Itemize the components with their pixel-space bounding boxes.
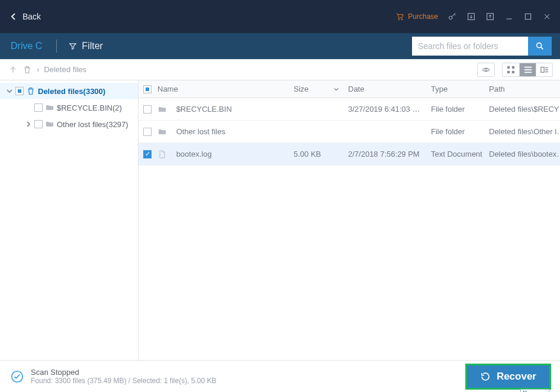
svg-point-0: [398, 19, 400, 20]
filter-label: Filter: [82, 41, 103, 51]
sidebar-item-deleted-files[interactable]: Deleted files(3300): [0, 83, 138, 99]
sidebar-item-label: Other lost files(3297): [57, 120, 128, 129]
check-circle-icon: [11, 370, 24, 383]
close-icon[interactable]: [542, 12, 552, 21]
filter-button[interactable]: Filter: [69, 41, 103, 51]
import-icon[interactable]: [466, 12, 476, 21]
separator: [56, 40, 57, 53]
main: Deleted files(3300) $RECYCLE.BIN(2) Othe…: [0, 80, 560, 360]
back-button[interactable]: Back: [11, 12, 41, 21]
status-detail: Found: 3300 files (375.49 MB) / Selected…: [31, 377, 217, 385]
folder-icon: [157, 105, 167, 114]
grid-body: $RECYCLE.BIN 3/27/2019 6:41:03 … File fo…: [139, 98, 560, 360]
search-icon: [535, 41, 545, 51]
title-bar: Back Purchase: [0, 0, 560, 33]
chevron-left-icon: [11, 12, 17, 21]
cell-date: 2/7/2018 7:56:29 PM: [343, 150, 426, 158]
cell-type: Text Document: [426, 150, 484, 158]
cell-type: File folder: [426, 127, 484, 136]
table-row[interactable]: Other lost files File folder Deleted fil…: [139, 121, 560, 143]
grid-icon: [507, 66, 515, 74]
trash-icon: [26, 86, 36, 96]
svg-rect-11: [512, 70, 514, 73]
footer: Scan Stopped Found: 3300 files (375.49 M…: [0, 360, 560, 392]
col-size-label: Size: [294, 85, 308, 93]
view-grid-button[interactable]: [503, 63, 519, 76]
preview-toggle[interactable]: [478, 63, 494, 76]
cart-icon: [395, 12, 404, 21]
sidebar-item-label: Deleted files(3300): [38, 87, 105, 96]
minimize-icon[interactable]: [504, 12, 514, 21]
table-row[interactable]: $RECYCLE.BIN 3/27/2019 6:41:03 … File fo…: [139, 98, 560, 121]
recover-label: Recover: [497, 371, 536, 383]
checkbox-all[interactable]: [143, 85, 152, 93]
view-detail-button[interactable]: [536, 63, 552, 76]
recover-button[interactable]: Recover: [467, 365, 549, 388]
svg-rect-5: [525, 14, 530, 19]
cell-name: bootex.log: [176, 150, 212, 158]
folder-icon: [157, 127, 167, 137]
svg-point-6: [537, 43, 542, 48]
checkbox[interactable]: [15, 87, 24, 95]
col-date[interactable]: Date: [343, 85, 426, 93]
back-label: Back: [22, 12, 41, 21]
col-name[interactable]: Name: [153, 85, 289, 93]
checkbox[interactable]: [34, 120, 43, 128]
key-icon[interactable]: [448, 12, 457, 21]
checkbox[interactable]: [143, 128, 152, 136]
checkbox[interactable]: [143, 150, 152, 158]
chevron-down-icon: [334, 87, 339, 92]
search-wrap: [412, 37, 552, 56]
cell-size: 5.00 KB: [289, 150, 343, 158]
up-arrow-icon[interactable]: [8, 65, 18, 74]
chevron-right-icon: [25, 121, 32, 128]
col-path[interactable]: Path: [484, 85, 560, 93]
checkbox[interactable]: [143, 105, 152, 114]
folder-icon: [45, 103, 54, 112]
list-icon: [524, 66, 532, 73]
recover-tooltip: Recover: [520, 389, 549, 393]
status-title: Scan Stopped: [31, 368, 217, 377]
view-list-button[interactable]: [519, 63, 536, 76]
purchase-button[interactable]: Purchase: [395, 12, 438, 21]
tab-drive[interactable]: Drive C: [8, 41, 44, 51]
svg-rect-12: [540, 67, 543, 72]
export-icon[interactable]: [485, 12, 495, 21]
search-input[interactable]: [412, 37, 528, 56]
breadcrumb-current: Deleted files: [44, 65, 86, 74]
table-row[interactable]: bootex.log 5.00 KB 2/7/2018 7:56:29 PM T…: [139, 143, 560, 166]
breadcrumb-row: › Deleted files: [0, 59, 560, 80]
col-type[interactable]: Type: [426, 85, 484, 93]
content: Name Size Date Type Path $RECYCLE.BIN 3/…: [139, 80, 560, 360]
filter-icon: [69, 42, 77, 50]
restore-icon: [480, 371, 491, 382]
search-button[interactable]: [528, 37, 552, 56]
cell-name: Other lost files: [176, 127, 226, 136]
cell-type: File folder: [426, 105, 484, 114]
cell-path: Deleted files\bootex…: [484, 150, 560, 158]
checkbox[interactable]: [34, 103, 43, 112]
svg-rect-10: [507, 70, 510, 73]
svg-rect-9: [512, 66, 514, 68]
svg-rect-8: [507, 66, 510, 68]
trash-icon[interactable]: [22, 65, 32, 74]
svg-point-7: [485, 69, 487, 71]
col-size[interactable]: Size: [289, 85, 343, 93]
eye-icon: [481, 66, 491, 74]
sidebar-item-recycle-bin[interactable]: $RECYCLE.BIN(2): [0, 99, 138, 116]
cell-date: 3/27/2019 6:41:03 …: [343, 105, 426, 114]
col-check: [139, 85, 153, 93]
svg-point-1: [401, 19, 403, 20]
breadcrumb-sep: ›: [37, 65, 39, 74]
detail-icon: [540, 66, 549, 73]
sidebar-item-other-lost[interactable]: Other lost files(3297): [0, 116, 138, 132]
file-icon: [157, 150, 167, 159]
cell-path: Deleted files\$RECY…: [484, 105, 560, 114]
chevron-down-icon: [6, 88, 13, 95]
purchase-label: Purchase: [408, 12, 438, 21]
sidebar: Deleted files(3300) $RECYCLE.BIN(2) Othe…: [0, 80, 139, 360]
sidebar-item-label: $RECYCLE.BIN(2): [57, 103, 122, 112]
cell-path: Deleted files\Other l…: [484, 127, 560, 136]
grid-header: Name Size Date Type Path: [139, 80, 560, 98]
maximize-icon[interactable]: [523, 12, 533, 21]
